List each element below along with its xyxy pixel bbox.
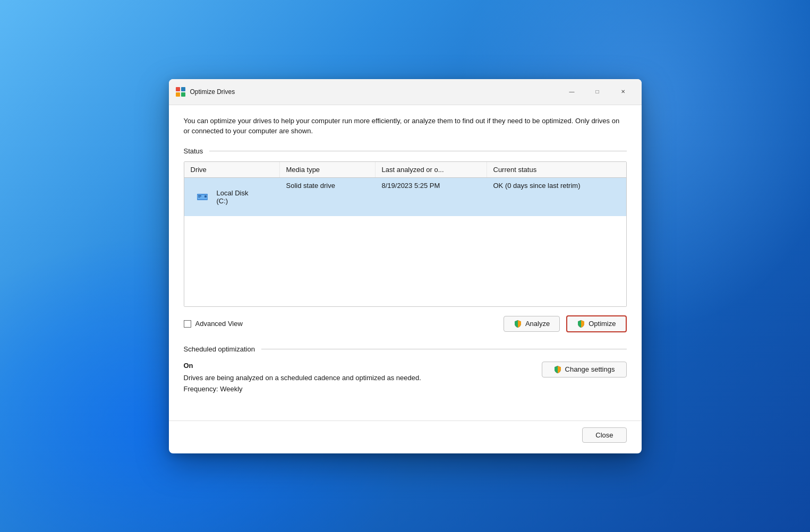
optimize-button-label: Optimize [589,320,616,328]
maximize-button[interactable]: □ [585,83,610,100]
description-text: You can optimize your drives to help you… [184,116,627,136]
scheduled-section-header: Scheduled optimization [184,345,627,353]
dialog-content: You can optimize your drives to help you… [169,105,642,416]
scheduled-section: Scheduled optimization On Drives are bei… [184,345,627,404]
svg-rect-3 [181,92,185,97]
analyze-shield-icon [514,320,522,328]
advanced-view-container: Advanced View [184,320,497,328]
svg-rect-7 [198,197,200,198]
col-last-analyzed: Last analyzed or o... [376,162,487,177]
svg-rect-0 [176,87,180,91]
drive-current-status: OK (0 days since last retrim) [487,178,626,216]
analyze-button-label: Analyze [525,320,550,328]
close-button[interactable]: Close [582,427,626,443]
app-icon [175,87,186,97]
drives-table[interactable]: Drive Media type Last analyzed or o... C… [184,161,627,307]
table-empty-area [184,216,626,306]
analyze-button[interactable]: Analyze [504,316,560,332]
optimize-drives-dialog: Optimize Drives — □ ✕ You can optimize y… [169,79,642,453]
scheduled-row: On Drives are being analyzed on a schedu… [184,362,627,404]
scheduled-divider [261,349,627,349]
advanced-view-label: Advanced View [195,320,243,328]
svg-rect-8 [204,195,207,198]
svg-rect-2 [176,92,180,97]
window-title: Optimize Drives [190,88,560,96]
change-settings-shield-icon [553,365,562,374]
drive-media-type: Solid state drive [280,178,376,216]
col-current-status: Current status [487,162,626,177]
close-window-button[interactable]: ✕ [611,83,635,100]
table-row[interactable]: Local Disk (C:) Solid state drive 8/19/2… [184,178,626,216]
optimize-shield-icon [577,320,585,328]
status-section-header: Status [184,147,627,155]
scheduled-info: On Drives are being analyzed on a schedu… [184,362,421,404]
optimize-button[interactable]: Optimize [566,315,626,332]
table-header-row: Drive Media type Last analyzed or o... C… [184,162,626,178]
bottom-controls: Advanced View Analyze [184,315,627,332]
col-drive: Drive [184,162,280,177]
svg-rect-1 [181,87,185,91]
title-bar: Optimize Drives — □ ✕ [169,79,642,105]
minimize-button[interactable]: — [560,83,584,100]
scheduled-status: On [184,362,421,370]
scheduled-frequency: Frequency: Weekly [184,385,421,393]
advanced-view-checkbox[interactable] [184,320,191,328]
svg-rect-6 [198,195,201,196]
scheduled-description: Drives are being analyzed on a scheduled… [184,374,421,382]
status-title: Status [184,147,203,155]
window-controls: — □ ✕ [560,83,635,100]
drive-name: Local Disk (C:) [184,178,280,216]
status-divider [209,151,626,151]
col-media-type: Media type [280,162,376,177]
scheduled-title: Scheduled optimization [184,345,255,353]
dialog-footer: Close [169,421,642,453]
change-settings-label: Change settings [565,365,615,373]
change-settings-button[interactable]: Change settings [542,362,627,377]
drive-last-analyzed: 8/19/2023 5:25 PM [376,178,487,216]
